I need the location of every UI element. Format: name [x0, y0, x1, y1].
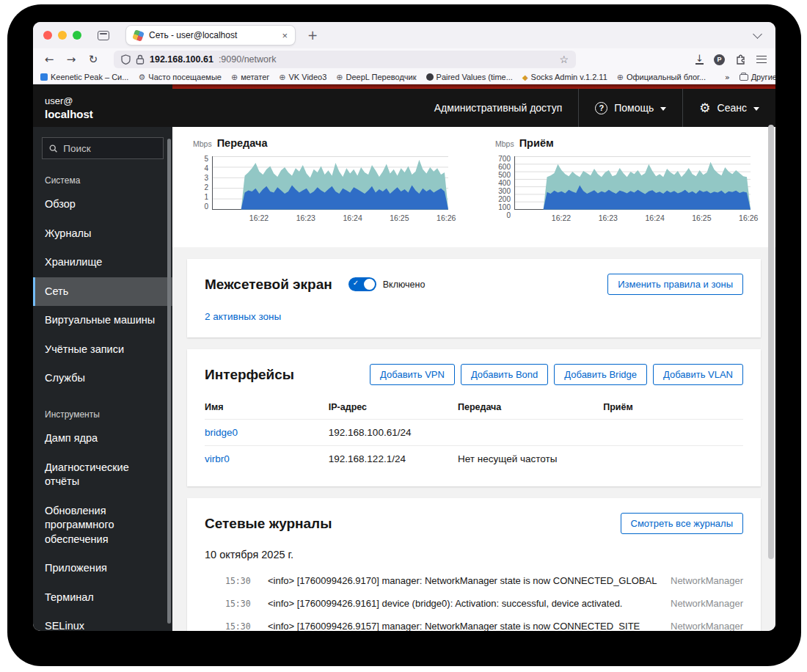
sidebar-item-network[interactable]: Сеть	[33, 277, 172, 307]
column-header-tx: Передача	[458, 395, 603, 420]
dark-badge-icon	[426, 73, 434, 81]
interface-link-bridge0[interactable]: bridge0	[205, 427, 238, 438]
bookmark-item[interactable]: Paired Values (time...	[426, 73, 513, 81]
extension-icon[interactable]	[735, 54, 746, 65]
tab-strip: Сеть - user@localhost × +	[33, 22, 775, 48]
add-bridge-button[interactable]: Добавить Bridge	[554, 364, 647, 385]
sidebar-section-system: Система	[33, 169, 172, 190]
logs-title: Сетевые журналы	[205, 516, 332, 532]
add-vlan-button[interactable]: Добавить VLAN	[653, 364, 743, 385]
sidebar-item-accounts[interactable]: Учётные записи	[33, 335, 172, 365]
active-tab[interactable]: Сеть - user@localhost ×	[125, 25, 296, 45]
bookmarks-overflow-chevron[interactable]: »	[725, 73, 730, 82]
view-all-logs-button[interactable]: Смотреть все журналы	[621, 513, 743, 534]
lock-security-icon[interactable]	[136, 54, 145, 65]
log-date-heading: 10 октября 2025 г.	[205, 549, 743, 560]
search-input[interactable]	[63, 143, 156, 154]
sidebar-item-kernel-dump[interactable]: Дамп ядра	[33, 424, 172, 453]
bookmark-item[interactable]: Keenetic Peak – Си...	[40, 73, 128, 81]
masthead: user@ localhost Административный доступ …	[33, 89, 775, 127]
bookmark-item[interactable]: ⊕DeepL Переводчик	[336, 73, 416, 81]
gear-icon: ⚙	[138, 73, 145, 81]
user-host-label: user@ localhost	[33, 89, 172, 127]
sidebar-item-diagnostic-reports[interactable]: Диагностические отчёты	[33, 453, 172, 497]
sidebar-search[interactable]	[42, 137, 164, 159]
sidebar-item-virtual-machines[interactable]: Виртуальные машины	[33, 306, 172, 335]
menu-hamburger-icon[interactable]	[756, 56, 767, 63]
sidebar-item-terminal[interactable]: Терминал	[33, 583, 172, 613]
bookmark-item[interactable]: ⊕VK Video3	[279, 73, 326, 81]
table-row[interactable]: bridge0 192.168.100.61/24	[205, 420, 743, 446]
bookmark-item[interactable]: ⚙Часто посещаемые	[138, 73, 221, 81]
sidebar-item-software-updates[interactable]: Обновления программного обеспечения	[33, 497, 172, 555]
interface-ip: 192.168.100.61/24	[329, 420, 458, 446]
interface-rx	[603, 446, 743, 472]
interface-tx	[458, 420, 603, 446]
shield-permissions-icon[interactable]	[121, 54, 131, 65]
chevron-down-icon	[660, 107, 666, 111]
tab-list-chevron-icon[interactable]	[753, 29, 762, 39]
forward-button[interactable]: →	[64, 53, 78, 66]
close-window-button[interactable]	[43, 31, 52, 40]
other-bookmarks-folder[interactable]: Другие закладки	[740, 73, 775, 81]
toggle-knob	[364, 279, 375, 290]
tab-title: Сеть - user@localhost	[149, 30, 276, 40]
bookmark-item[interactable]: ◆Socks Admin v.1.2.11	[522, 73, 607, 81]
new-tab-button[interactable]: +	[307, 28, 318, 43]
log-time: 15:30	[225, 576, 258, 586]
session-menu-button[interactable]: ⚙ Сеанс	[682, 89, 775, 127]
tab-close-icon[interactable]: ×	[282, 30, 288, 41]
downloads-icon[interactable]: ↓	[695, 55, 704, 65]
zoom-window-button[interactable]	[73, 31, 81, 40]
interface-link-virbr0[interactable]: virbr0	[205, 453, 230, 464]
log-message: <info> [1760099426.9161] device (bridge0…	[268, 598, 660, 609]
sidebar-item-services[interactable]: Службы	[33, 364, 172, 393]
sidebar-scrollbar[interactable]	[167, 139, 171, 624]
url-bar[interactable]: 192.168.100.61 :9090/network ☆	[114, 51, 576, 68]
minimize-window-button[interactable]	[58, 31, 67, 40]
firewall-title: Межсетевой экран	[205, 277, 332, 293]
column-header-rx: Приём	[603, 395, 743, 420]
back-button[interactable]: ←	[42, 53, 56, 66]
log-entry[interactable]: 15:30 <info> [1760099426.9170] manager: …	[205, 569, 743, 592]
check-icon: ✓	[353, 279, 359, 287]
bookmark-item[interactable]: ⊕Официальный блог...	[617, 73, 706, 81]
profile-badge-icon[interactable]: P	[714, 54, 725, 65]
log-entry[interactable]: 15:30 <info> [1760099426.9161] device (b…	[205, 592, 743, 615]
edit-rules-zones-button[interactable]: Изменить правила и зоны	[607, 274, 743, 295]
firefox-view-icon[interactable]	[98, 31, 109, 40]
log-service: NetworkManager	[671, 575, 743, 586]
sidebar-item-applications[interactable]: Приложения	[33, 554, 172, 583]
sidebar-item-storage[interactable]: Хранилище	[33, 248, 172, 277]
x-axis-labels: 16:2216:2316:2416:2516:26	[518, 213, 752, 225]
chart-title: Передача	[217, 137, 268, 149]
bookmark-star-icon[interactable]: ☆	[559, 54, 569, 65]
chevron-down-icon	[753, 107, 759, 111]
interface-rx	[603, 420, 743, 446]
window-controls	[43, 31, 81, 40]
interfaces-card: Интерфейсы Добавить VPN Добавить Bond До…	[187, 349, 761, 486]
log-time: 15:30	[225, 599, 258, 609]
host-name: localhost	[45, 107, 172, 121]
admin-access-button[interactable]: Административный доступ	[418, 89, 578, 127]
log-entry[interactable]: 15:30 <info> [1760099426.9157] manager: …	[205, 615, 743, 631]
add-vpn-button[interactable]: Добавить VPN	[370, 364, 455, 385]
reload-button[interactable]: ↻	[86, 53, 101, 66]
active-zones-link[interactable]: 2 активных зоны	[205, 311, 281, 322]
bookmark-item[interactable]: ⊕метатег	[231, 73, 269, 81]
add-bond-button[interactable]: Добавить Bond	[461, 364, 548, 385]
firewall-toggle[interactable]: ✓	[348, 277, 376, 291]
globe-icon: ⊕	[617, 73, 624, 81]
table-row[interactable]: virbr0 192.168.122.1/24 Нет несущей част…	[205, 446, 743, 472]
sidebar-item-selinux[interactable]: SELinux	[33, 612, 172, 631]
x-axis-labels: 16:2216:2316:2416:2516:26	[216, 213, 450, 225]
sidebar-section-tools: Инструменты	[33, 403, 172, 424]
page-content: user@ localhost Административный доступ …	[33, 84, 775, 631]
log-message: <info> [1760099426.9170] manager: Networ…	[268, 575, 660, 586]
transmit-chart: Mbps Передача 543210 16:2216:2316:2416:2…	[191, 137, 450, 225]
page-scrollbar[interactable]	[768, 125, 774, 559]
sidebar-item-overview[interactable]: Обзор	[33, 190, 172, 219]
sidebar-item-logs[interactable]: Журналы	[33, 219, 172, 249]
help-menu-button[interactable]: ? Помощь	[578, 89, 682, 127]
network-logs-card: Сетевые журналы Смотреть все журналы 10 …	[187, 498, 761, 631]
